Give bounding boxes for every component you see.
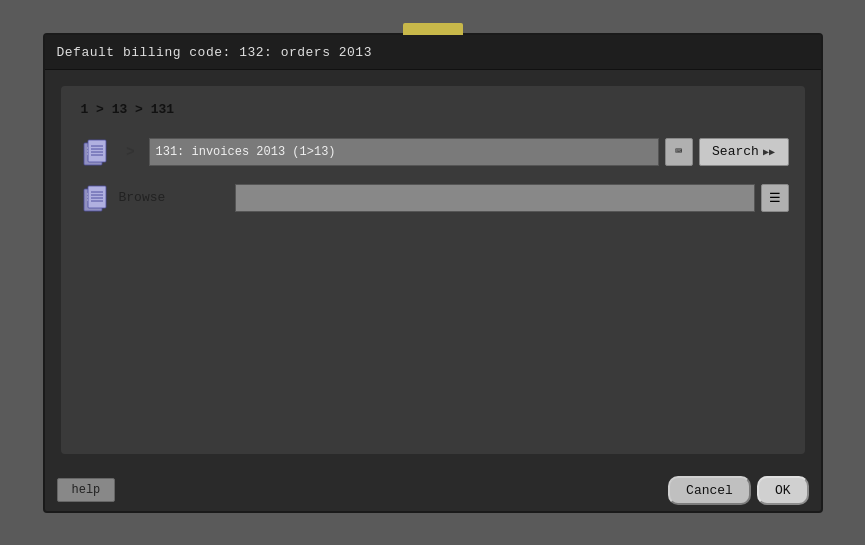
- search-button-label: Search: [712, 144, 759, 159]
- list-button[interactable]: ☰: [761, 184, 789, 212]
- list-icon: ☰: [769, 190, 781, 206]
- keyboard-icon: ⌨: [675, 144, 682, 159]
- help-button[interactable]: help: [57, 478, 116, 502]
- file-icon-1: [77, 134, 113, 170]
- title-bar: Default billing code: 132: orders 2013: [45, 35, 821, 70]
- search-input[interactable]: [149, 138, 659, 166]
- rows-container: > ⌨ Search ▶▶: [77, 133, 789, 217]
- footer-right: Cancel OK: [668, 476, 808, 505]
- top-accent-bar: [403, 23, 463, 35]
- browse-row: Browse ☰: [77, 179, 789, 217]
- search-row: > ⌨ Search ▶▶: [77, 133, 789, 171]
- search-button[interactable]: Search ▶▶: [699, 138, 789, 166]
- footer-bar: help Cancel OK: [45, 470, 821, 511]
- breadcrumb: 1 > 13 > 131: [77, 102, 789, 117]
- cancel-button[interactable]: Cancel: [668, 476, 751, 505]
- ok-button[interactable]: OK: [757, 476, 809, 505]
- keyboard-button[interactable]: ⌨: [665, 138, 693, 166]
- breadcrumb-text: 1 > 13 > 131: [81, 102, 175, 117]
- browse-input[interactable]: [235, 184, 755, 212]
- forward-arrows-icon: ▶▶: [763, 146, 775, 158]
- browse-label: Browse: [119, 190, 229, 205]
- dialog-body: 1 > 13 > 131: [61, 86, 805, 454]
- file-icon-2: [77, 180, 113, 216]
- svg-rect-4: [88, 140, 106, 162]
- row1-chevron: >: [119, 144, 143, 160]
- title-text: Default billing code: 132: orders 2013: [57, 45, 372, 60]
- dialog-window: Default billing code: 132: orders 2013 1…: [43, 33, 823, 513]
- svg-rect-13: [88, 186, 106, 208]
